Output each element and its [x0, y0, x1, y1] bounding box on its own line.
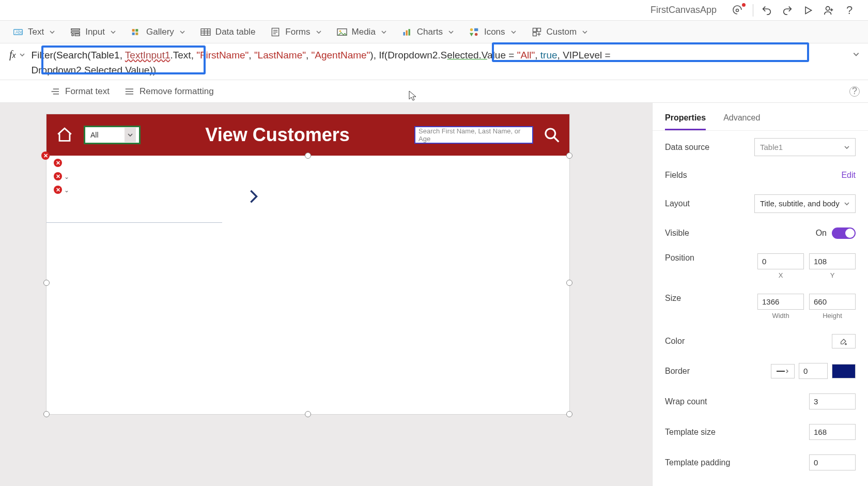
visible-toggle[interactable] — [832, 227, 856, 239]
svg-rect-33 — [533, 32, 536, 36]
input-icon — [70, 26, 81, 38]
svg-text:Abc: Abc — [16, 29, 23, 35]
prop-border: Border — [653, 356, 868, 386]
ribbon-charts[interactable]: Charts — [401, 26, 454, 38]
ribbon-text[interactable]: Abc Text — [12, 26, 55, 38]
tab-advanced[interactable]: Advanced — [723, 108, 760, 130]
highlight-box — [41, 45, 206, 74]
gallery-template[interactable] — [47, 171, 222, 223]
main-area: All View Customers Search First Name, La… — [0, 103, 868, 486]
chevron-down-icon — [510, 29, 517, 35]
prop-data-source: Data source Table1 — [653, 131, 868, 163]
app-canvas[interactable]: All View Customers Search First Name, La… — [47, 114, 569, 414]
ribbon-custom[interactable]: Custom — [531, 26, 588, 38]
search-input[interactable]: Search First Name, Last Name, or Age — [414, 126, 533, 144]
svg-rect-5 — [71, 32, 80, 33]
formula-bar[interactable]: fx Filter(Search(Table1, TextInput1.Text… — [0, 43, 868, 80]
properties-panel: Properties Advanced Data source Table1 F… — [652, 103, 868, 486]
remove-format-icon — [124, 87, 134, 96]
prop-layout: Layout Title, subtitle, and body — [653, 187, 868, 220]
ribbon-input[interactable]: Input — [70, 26, 116, 38]
prop-template-padding: Template padding — [653, 447, 868, 478]
app-header: All View Customers Search First Name, La… — [47, 114, 569, 156]
vip-dropdown[interactable]: All — [84, 126, 141, 144]
svg-point-2 — [826, 6, 830, 10]
svg-rect-32 — [537, 28, 540, 32]
expand-formula-icon[interactable] — [853, 51, 860, 58]
home-icon[interactable] — [56, 126, 73, 144]
template-size-input[interactable] — [809, 424, 856, 440]
ribbon-gallery[interactable]: Gallery — [131, 26, 185, 38]
canvas-area: All View Customers Search First Name, La… — [0, 103, 652, 486]
icons-icon — [469, 26, 480, 38]
format-text-button[interactable]: Format text — [50, 86, 110, 97]
play-button[interactable] — [798, 0, 818, 21]
undo-button[interactable] — [756, 0, 777, 21]
app-name: FirstCanvasApp — [650, 5, 717, 16]
layout-select[interactable]: Title, subtitle, and body — [754, 194, 856, 213]
svg-rect-11 — [132, 32, 135, 35]
forms-icon — [270, 26, 281, 38]
template-padding-input[interactable] — [809, 454, 856, 470]
format-text-icon — [50, 87, 60, 96]
dropdown-value: All — [90, 131, 99, 139]
size-height-input[interactable] — [809, 294, 856, 310]
svg-point-23 — [339, 30, 341, 32]
border-color-swatch[interactable] — [832, 364, 856, 378]
ribbon-icons[interactable]: Icons — [469, 26, 517, 38]
prop-size: Size Width Height — [653, 286, 868, 327]
chevron-right-icon[interactable] — [248, 189, 259, 204]
svg-rect-25 — [406, 30, 407, 35]
remove-formatting-button[interactable]: Remove formatting — [124, 86, 214, 97]
help-button[interactable]: ? — [839, 0, 860, 21]
svg-point-0 — [736, 9, 738, 11]
title-bar: FirstCanvasApp ? — [0, 0, 868, 21]
redo-button[interactable] — [777, 0, 798, 21]
color-picker[interactable] — [832, 334, 856, 348]
chevron-down-icon — [381, 29, 387, 35]
format-text-bar: Format text Remove formatting ? — [0, 80, 868, 103]
position-y-input[interactable] — [809, 253, 856, 269]
error-badge[interactable]: ✕ — [41, 151, 50, 160]
position-x-input[interactable] — [757, 253, 804, 269]
svg-marker-1 — [805, 7, 812, 13]
prop-template-size: Template size — [653, 417, 868, 447]
share-button[interactable] — [818, 0, 839, 21]
insert-ribbon: Abc Text Input Gallery Data table Forms … — [0, 21, 868, 43]
fields-edit-link[interactable]: Edit — [841, 171, 856, 180]
prop-fields: Fields Edit — [653, 163, 868, 187]
svg-point-27 — [470, 28, 473, 31]
chevron-down-icon — [316, 29, 322, 35]
chevron-down-icon — [844, 201, 850, 207]
prop-wrap-count: Wrap count — [653, 386, 868, 417]
size-width-input[interactable] — [757, 294, 804, 310]
data-source-select[interactable]: Table1 — [754, 138, 856, 156]
chevron-down-icon — [582, 29, 588, 35]
prop-color: Color — [653, 327, 868, 356]
svg-rect-9 — [132, 29, 135, 32]
custom-icon — [531, 26, 542, 38]
svg-rect-8 — [75, 34, 80, 36]
svg-marker-29 — [470, 33, 473, 36]
border-style-select[interactable] — [771, 364, 795, 378]
tab-properties[interactable]: Properties — [665, 108, 706, 130]
ribbon-media[interactable]: Media — [336, 26, 387, 38]
svg-rect-24 — [403, 32, 405, 36]
app-checker-icon[interactable] — [729, 0, 750, 21]
prop-visible: Visible On — [653, 220, 868, 246]
search-icon[interactable] — [544, 127, 560, 143]
chevron-down-icon — [49, 29, 55, 35]
error-badge[interactable]: ✕ — [54, 159, 62, 167]
ribbon-data-table[interactable]: Data table — [200, 26, 256, 38]
chevron-down-icon — [110, 29, 116, 35]
chevron-down-icon — [844, 144, 850, 150]
ribbon-forms[interactable]: Forms — [270, 26, 321, 38]
chevron-down-icon[interactable] — [19, 52, 25, 58]
border-width-input[interactable] — [799, 363, 828, 379]
wrap-count-input[interactable] — [809, 393, 856, 409]
formula-help-icon[interactable]: ? — [849, 86, 860, 97]
svg-rect-13 — [201, 28, 210, 35]
svg-rect-10 — [135, 29, 138, 32]
chevron-down-icon — [179, 29, 185, 35]
prop-position: Position X Y — [653, 246, 868, 286]
